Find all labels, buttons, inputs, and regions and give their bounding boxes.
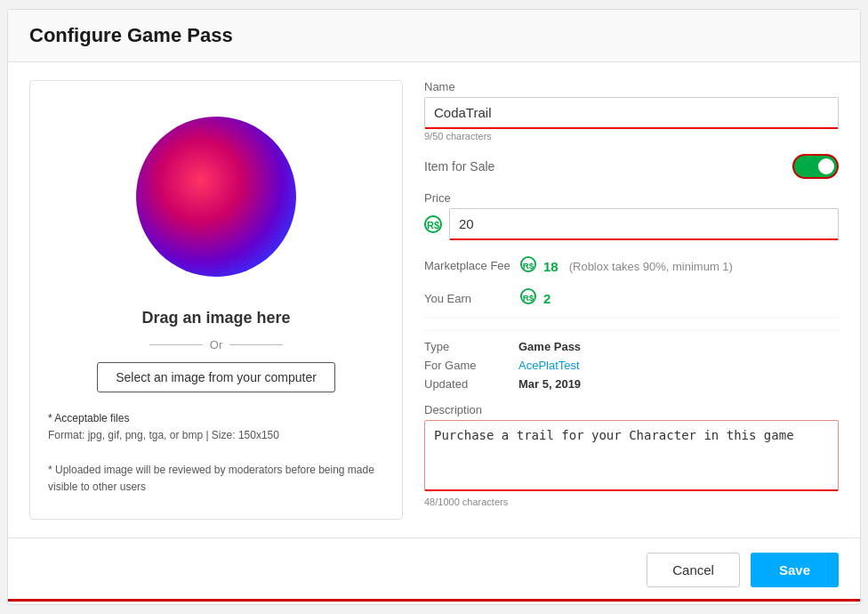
type-row: Type Game Pass <box>424 340 839 353</box>
image-preview <box>118 99 314 295</box>
updated-row: Updated Mar 5, 2019 <box>424 377 839 391</box>
preview-image <box>136 117 296 277</box>
robux-icon: R$ <box>424 215 442 233</box>
description-label: Description <box>424 403 839 416</box>
description-field-group: Description Purchase a trail for your Ch… <box>424 403 839 507</box>
robux-icon-earn: R$ <box>520 288 536 308</box>
modal-body: Drag an image here Or Select an image fr… <box>8 62 860 537</box>
for-game-value[interactable]: AcePlatTest <box>518 359 580 372</box>
marketplace-fee-label: Marketplace Fee <box>424 259 513 274</box>
file-info: * Acceptable files Format: jpg, gif, png… <box>48 410 384 496</box>
marketplace-fee-value: 18 <box>543 259 559 274</box>
modal-footer: Cancel Save <box>8 537 860 602</box>
price-row: R$ <box>424 208 839 240</box>
file-info-line2: Format: jpg, gif, png, tga, or bmp | Siz… <box>48 427 384 444</box>
file-info-line1: * Acceptable files <box>48 410 384 427</box>
robux-icon-marketplace: R$ <box>520 256 536 276</box>
cancel-button[interactable]: Cancel <box>647 553 740 587</box>
you-earn-row: You Earn R$ 2 <box>424 288 839 318</box>
name-label: Name <box>424 80 839 93</box>
price-field-group: Price R$ <box>424 191 839 244</box>
updated-value: Mar 5, 2019 <box>518 377 581 391</box>
type-label: Type <box>424 340 504 353</box>
marketplace-fee-note: (Roblox takes 90%, minimum 1) <box>569 260 733 273</box>
right-panel: Name 9/50 characters Item for Sale Price <box>424 80 839 520</box>
save-button[interactable]: Save <box>751 553 839 587</box>
modal-title: Configure Game Pass <box>29 24 839 47</box>
or-text: Or <box>210 338 222 351</box>
drag-text: Drag an image here <box>141 309 290 327</box>
toggle-track <box>792 154 839 179</box>
item-for-sale-row: Item for Sale <box>424 154 839 179</box>
item-for-sale-toggle[interactable] <box>792 154 839 179</box>
price-label: Price <box>424 191 839 205</box>
updated-label: Updated <box>424 377 504 391</box>
name-input[interactable] <box>424 97 839 129</box>
select-image-button[interactable]: Select an image from your computer <box>97 362 335 392</box>
you-earn-value: 2 <box>543 291 551 306</box>
marketplace-fee-row: Marketplace Fee R$ 18 (Roblox takes 90%,… <box>424 256 839 276</box>
file-info-line3: * Uploaded image will be reviewed by mod… <box>48 462 384 496</box>
price-input[interactable] <box>449 208 839 240</box>
item-for-sale-label: Item for Sale <box>424 159 494 174</box>
toggle-knob <box>818 158 834 174</box>
configure-game-pass-modal: Configure Game Pass Drag an image here O… <box>7 9 861 605</box>
info-section: Type Game Pass For Game AcePlatTest Upda… <box>424 330 839 391</box>
for-game-row: For Game AcePlatTest <box>424 359 839 372</box>
description-char-count: 48/1000 characters <box>424 497 839 507</box>
description-textarea[interactable]: Purchase a trail for your Character in t… <box>424 420 839 491</box>
or-divider: Or <box>48 338 384 351</box>
modal-header: Configure Game Pass <box>8 10 860 62</box>
you-earn-label: You Earn <box>424 292 513 305</box>
svg-text:R$: R$ <box>523 261 534 271</box>
name-field-group: Name 9/50 characters <box>424 80 839 141</box>
svg-text:R$: R$ <box>427 220 439 230</box>
type-value: Game Pass <box>518 340 581 353</box>
svg-text:R$: R$ <box>523 293 534 303</box>
for-game-label: For Game <box>424 359 504 372</box>
image-upload-panel: Drag an image here Or Select an image fr… <box>29 80 403 520</box>
name-char-count: 9/50 characters <box>424 131 839 141</box>
